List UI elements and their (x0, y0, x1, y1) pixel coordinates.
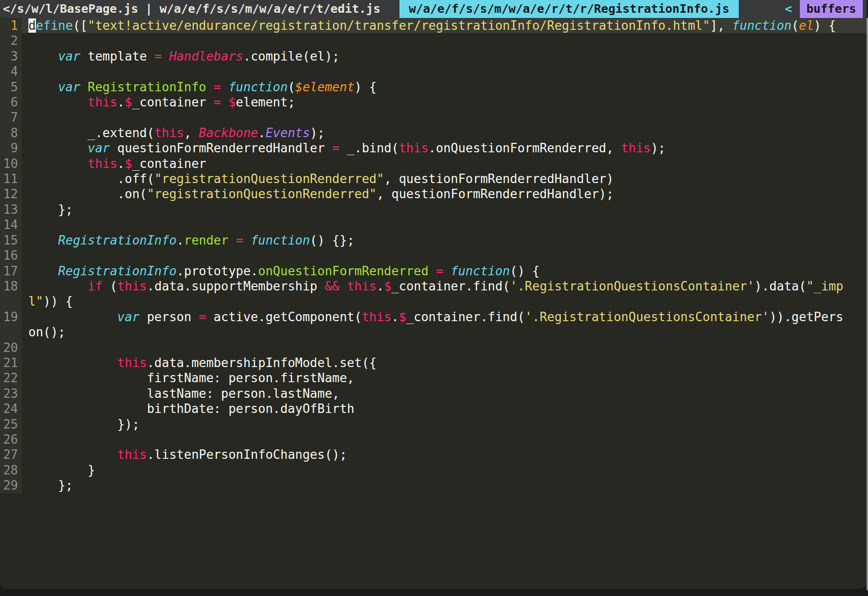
code-token: template (80, 49, 155, 63)
code-line-text[interactable]: }; (22, 478, 867, 493)
code-line[interactable]: 4 (0, 64, 867, 79)
code-token (28, 157, 88, 171)
code-line[interactable]: 24 birthDate: person.dayOfBirth (0, 401, 867, 416)
code-line[interactable]: 20 (0, 340, 867, 355)
code-line[interactable]: 1define(["text!active/endurance/registra… (0, 18, 867, 33)
code-line[interactable]: 22 firstName: person.firstName, (0, 370, 867, 386)
code-line-text[interactable]: .on("registrationQuestionRenderred", que… (22, 186, 867, 202)
code-line-text[interactable] (22, 432, 867, 447)
code-token: Events (266, 126, 310, 140)
code-token: . (391, 310, 399, 324)
code-line-text[interactable]: var person = active.getComponent(this.$_… (22, 309, 867, 340)
code-token: $ (125, 157, 133, 171)
code-line-text[interactable] (22, 33, 867, 48)
code-line-text[interactable]: var questionFormRenderredHandler = _.bin… (22, 140, 867, 156)
code-line[interactable]: 7 (0, 110, 867, 125)
code-line[interactable]: 12 .on("registrationQuestionRenderred", … (0, 186, 867, 202)
code-line[interactable]: 9 var questionFormRenderredHandler = _.b… (0, 140, 867, 156)
code-line[interactable]: 10 this.$_container (0, 156, 867, 171)
code-line-text[interactable]: .off("registrationQuestionRenderred", qu… (22, 171, 867, 186)
buffers-button[interactable]: buffers (800, 0, 863, 18)
code-token (221, 80, 229, 94)
line-number: 5 (0, 79, 22, 95)
code-line-text[interactable]: this.data.membershipInfoModel.set({ (22, 355, 867, 370)
code-line-text[interactable]: firstName: person.firstName, (22, 370, 867, 386)
code-token: this (621, 141, 651, 155)
code-token: person (140, 310, 199, 324)
code-line-text[interactable] (22, 217, 867, 232)
code-line[interactable]: 23 lastName: person.lastName, (0, 386, 867, 401)
line-number: 3 (0, 49, 22, 64)
code-token (28, 279, 88, 293)
code-line[interactable]: 19 var person = active.getComponent(this… (0, 309, 867, 340)
code-line[interactable]: 2 (0, 33, 867, 48)
code-line[interactable]: 5 var RegistrationInfo = function($eleme… (0, 79, 867, 95)
code-line-text[interactable] (22, 110, 867, 125)
code-token: , (184, 126, 199, 140)
code-token: this (154, 126, 184, 140)
code-token: function (229, 80, 288, 94)
code-token: RegistrationInfo (58, 264, 177, 278)
code-line-text[interactable]: } (22, 463, 867, 478)
code-line[interactable]: 16 (0, 248, 867, 263)
code-line[interactable]: 11 .off("registrationQuestionRenderred",… (0, 171, 867, 186)
code-token: .off( (28, 172, 154, 186)
code-token: () {}; (310, 233, 354, 247)
code-line-text[interactable] (22, 248, 867, 263)
code-area[interactable]: 1define(["text!active/endurance/registra… (0, 18, 867, 493)
code-token: () { (510, 264, 540, 278)
code-token: _container (132, 95, 213, 109)
code-line[interactable]: 27 this.listenPersonInfoChanges(); (0, 447, 867, 462)
line-number: 1 (0, 18, 22, 33)
code-token (206, 80, 214, 94)
line-number: 29 (0, 478, 22, 493)
code-token: RegistrationInfo (88, 80, 206, 94)
code-token: '.RegistrationQuestionsContainer' (525, 310, 770, 324)
code-line-text[interactable]: if (this.data.supportMembership && this.… (22, 279, 867, 309)
line-number: 12 (0, 186, 22, 202)
code-token: Handlebars (169, 49, 243, 63)
tab-scroll-left-icon[interactable]: < (785, 0, 792, 18)
code-line[interactable]: 14 (0, 217, 867, 232)
inactive-buffer-tabs[interactable]: </s/w/l/BasePage.js | w/a/e/f/s/s/m/w/a/… (0, 0, 381, 18)
code-token (28, 264, 58, 278)
code-line-text[interactable]: this.listenPersonInfoChanges(); (22, 447, 867, 462)
code-line[interactable]: 29 }; (0, 478, 867, 493)
code-line-text[interactable]: this.$_container (22, 156, 867, 171)
code-line-text[interactable]: }; (22, 202, 867, 217)
line-number: 17 (0, 263, 22, 279)
code-line[interactable]: 8 _.extend(this, Backbone.Events); (0, 125, 867, 140)
code-line[interactable]: 26 (0, 432, 867, 447)
code-line-text[interactable]: var template = Handlebars.compile(el); (22, 49, 867, 64)
code-line[interactable]: 3 var template = Handlebars.compile(el); (0, 49, 867, 64)
code-line[interactable]: 15 RegistrationInfo.render = function() … (0, 233, 867, 248)
code-line-text[interactable]: _.extend(this, Backbone.Events); (22, 125, 867, 140)
code-token: active.getComponent( (206, 310, 362, 324)
code-line-text[interactable]: lastName: person.lastName, (22, 386, 867, 401)
code-token: }; (28, 478, 73, 492)
code-line-text[interactable]: RegistrationInfo.render = function() {}; (22, 233, 867, 248)
code-line-text[interactable]: this.$_container = $element; (22, 95, 867, 110)
code-line-text[interactable] (22, 340, 867, 355)
code-line[interactable]: 25 }); (0, 417, 867, 432)
code-token: this (117, 356, 147, 370)
code-token: = (236, 233, 243, 247)
code-token: onQuestionFormRenderred (258, 264, 428, 278)
code-line-text[interactable]: RegistrationInfo.prototype.onQuestionFor… (22, 263, 867, 279)
code-line[interactable]: 28 } (0, 463, 867, 478)
code-token: .listenPersonInfoChanges(); (147, 447, 347, 462)
code-line-text[interactable]: define(["text!active/endurance/registrat… (22, 18, 867, 33)
active-buffer-tab[interactable]: w/a/e/f/s/s/m/w/a/e/r/t/r/RegistrationIn… (399, 0, 739, 18)
code-line[interactable]: 17 RegistrationInfo.prototype.onQuestion… (0, 263, 867, 279)
code-line-text[interactable] (22, 64, 867, 79)
code-line[interactable]: 18 if (this.data.supportMembership && th… (0, 279, 867, 309)
code-token: function (732, 18, 791, 33)
code-line[interactable]: 13 }; (0, 202, 867, 217)
code-line[interactable]: 6 this.$_container = $element; (0, 95, 867, 110)
code-line[interactable]: 21 this.data.membershipInfoModel.set({ (0, 355, 867, 370)
code-token: }; (28, 202, 73, 217)
line-number: 20 (0, 340, 22, 355)
code-line-text[interactable]: }); (22, 417, 867, 432)
code-line-text[interactable]: var RegistrationInfo = function($element… (22, 79, 867, 95)
code-line-text[interactable]: birthDate: person.dayOfBirth (22, 401, 867, 416)
